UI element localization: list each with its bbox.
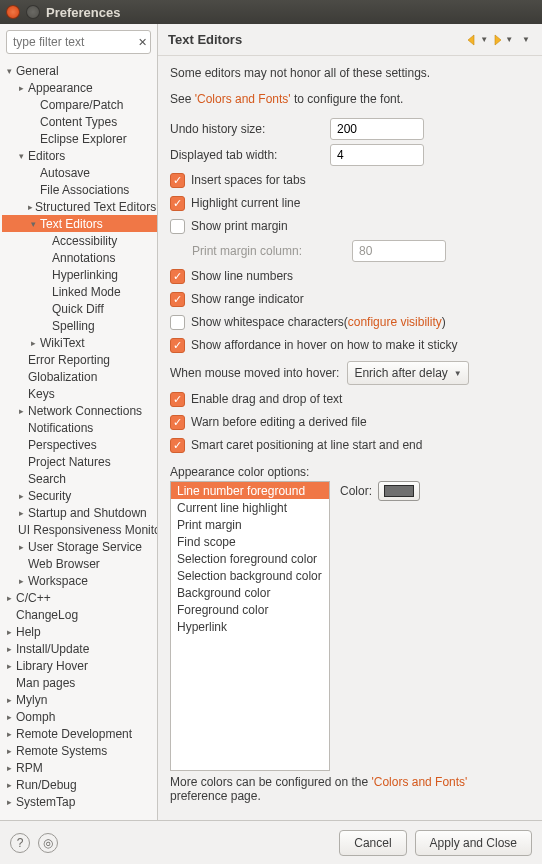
- tree-item[interactable]: Error Reporting: [2, 351, 157, 368]
- whitespace-label: Show whitespace characters(configure vis…: [191, 315, 446, 329]
- tree-item[interactable]: Hyperlinking: [2, 266, 157, 283]
- print-margin-checkbox[interactable]: [170, 219, 185, 234]
- dnd-label: Enable drag and drop of text: [191, 392, 342, 406]
- whitespace-checkbox[interactable]: [170, 315, 185, 330]
- color-picker-button[interactable]: [378, 481, 420, 501]
- tree-item[interactable]: Web Browser: [2, 555, 157, 572]
- page-menu-icon[interactable]: ▼: [521, 35, 532, 44]
- cancel-button[interactable]: Cancel: [339, 830, 406, 856]
- tree-item-label: Text Editors: [38, 217, 105, 231]
- tree-item[interactable]: Notifications: [2, 419, 157, 436]
- tree-item[interactable]: ▸Library Hover: [2, 657, 157, 674]
- tree-item[interactable]: Content Types: [2, 113, 157, 130]
- smart-caret-checkbox[interactable]: ✓: [170, 438, 185, 453]
- filter-input[interactable]: [6, 30, 151, 54]
- tree-item[interactable]: Keys: [2, 385, 157, 402]
- tree-item[interactable]: ▸Appearance: [2, 79, 157, 96]
- tree-item[interactable]: ▸SystemTap: [2, 793, 157, 810]
- tree-item[interactable]: Project Natures: [2, 453, 157, 470]
- tree-item[interactable]: ▸User Storage Service: [2, 538, 157, 555]
- apply-close-button[interactable]: Apply and Close: [415, 830, 532, 856]
- tree-item-label: Install/Update: [14, 642, 91, 656]
- color-option[interactable]: Selection foreground color: [171, 550, 329, 567]
- tree-item-label: General: [14, 64, 61, 78]
- tree-collapsed-icon: ▸: [16, 491, 26, 501]
- tree-item[interactable]: ▸Install/Update: [2, 640, 157, 657]
- tree-item[interactable]: UI Responsiveness Monitoring: [2, 521, 157, 538]
- tree-item[interactable]: ▸C/C++: [2, 589, 157, 606]
- tree-item[interactable]: ChangeLog: [2, 606, 157, 623]
- tree-item-label: Workspace: [26, 574, 90, 588]
- tree-item[interactable]: ▸Help: [2, 623, 157, 640]
- tree-item[interactable]: Compare/Patch: [2, 96, 157, 113]
- tree-item[interactable]: ▸Remote Systems: [2, 742, 157, 759]
- preferences-tree[interactable]: ▾General▸AppearanceCompare/PatchContent …: [0, 60, 157, 820]
- tree-item-label: Remote Development: [14, 727, 134, 741]
- color-option[interactable]: Selection background color: [171, 567, 329, 584]
- tree-item[interactable]: Perspectives: [2, 436, 157, 453]
- nav-back-menu-icon[interactable]: ▼: [479, 35, 490, 44]
- tree-item[interactable]: Linked Mode: [2, 283, 157, 300]
- tree-item-label: Structured Text Editors: [33, 200, 157, 214]
- tree-item[interactable]: File Associations: [2, 181, 157, 198]
- tab-width-input[interactable]: [330, 144, 424, 166]
- tree-item[interactable]: ▸Workspace: [2, 572, 157, 589]
- footnote-colors-fonts-link[interactable]: 'Colors and Fonts': [371, 775, 467, 789]
- clear-filter-icon[interactable]: ✕: [138, 36, 147, 49]
- color-option[interactable]: Find scope: [171, 533, 329, 550]
- tree-item[interactable]: ▸Security: [2, 487, 157, 504]
- nav-forward-menu-icon[interactable]: ▼: [504, 35, 515, 44]
- color-option[interactable]: Print margin: [171, 516, 329, 533]
- tree-collapsed-icon: ▸: [28, 338, 38, 348]
- tree-item[interactable]: Autosave: [2, 164, 157, 181]
- warn-derived-label: Warn before editing a derived file: [191, 415, 367, 429]
- tree-item[interactable]: Search: [2, 470, 157, 487]
- color-option[interactable]: Hyperlink: [171, 618, 329, 635]
- tree-item[interactable]: ▸RPM: [2, 759, 157, 776]
- line-numbers-checkbox[interactable]: ✓: [170, 269, 185, 284]
- configure-visibility-link[interactable]: configure visibility: [348, 315, 442, 329]
- tree-item[interactable]: Man pages: [2, 674, 157, 691]
- tree-item[interactable]: Globalization: [2, 368, 157, 385]
- undo-history-input[interactable]: [330, 118, 424, 140]
- nav-back-icon[interactable]: [465, 33, 479, 47]
- insert-spaces-checkbox[interactable]: ✓: [170, 173, 185, 188]
- color-options-list[interactable]: Line number foregroundCurrent line highl…: [170, 481, 330, 771]
- tree-item[interactable]: Accessibility: [2, 232, 157, 249]
- tree-item-label: Autosave: [38, 166, 92, 180]
- hover-mode-combo[interactable]: Enrich after delay ▼: [347, 361, 468, 385]
- tree-item[interactable]: Eclipse Explorer: [2, 130, 157, 147]
- minimize-icon[interactable]: [26, 5, 40, 19]
- tree-item[interactable]: ▸Structured Text Editors: [2, 198, 157, 215]
- tree-item-label: Hyperlinking: [50, 268, 120, 282]
- color-option[interactable]: Background color: [171, 584, 329, 601]
- import-export-icon[interactable]: ◎: [38, 833, 58, 853]
- range-indicator-label: Show range indicator: [191, 292, 304, 306]
- tree-item[interactable]: ▸Remote Development: [2, 725, 157, 742]
- tree-item[interactable]: ▾Editors: [2, 147, 157, 164]
- tree-item[interactable]: ▸WikiText: [2, 334, 157, 351]
- margin-column-input: [352, 240, 446, 262]
- dnd-checkbox[interactable]: ✓: [170, 392, 185, 407]
- color-option[interactable]: Current line highlight: [171, 499, 329, 516]
- warn-derived-checkbox[interactable]: ✓: [170, 415, 185, 430]
- close-icon[interactable]: [6, 5, 20, 19]
- range-indicator-checkbox[interactable]: ✓: [170, 292, 185, 307]
- tree-item[interactable]: Spelling: [2, 317, 157, 334]
- tree-item[interactable]: Quick Diff: [2, 300, 157, 317]
- nav-forward-icon[interactable]: [490, 33, 504, 47]
- tree-item[interactable]: ▸Mylyn: [2, 691, 157, 708]
- tree-item[interactable]: ▸Run/Debug: [2, 776, 157, 793]
- tree-item[interactable]: ▾General: [2, 62, 157, 79]
- tree-item[interactable]: ▸Oomph: [2, 708, 157, 725]
- highlight-line-checkbox[interactable]: ✓: [170, 196, 185, 211]
- color-option[interactable]: Foreground color: [171, 601, 329, 618]
- tree-item[interactable]: ▾Text Editors: [2, 215, 157, 232]
- tree-item[interactable]: Annotations: [2, 249, 157, 266]
- color-option[interactable]: Line number foreground: [171, 482, 329, 499]
- tree-item[interactable]: ▸Network Connections: [2, 402, 157, 419]
- help-icon[interactable]: ?: [10, 833, 30, 853]
- hover-affordance-checkbox[interactable]: ✓: [170, 338, 185, 353]
- colors-fonts-link[interactable]: 'Colors and Fonts': [195, 92, 291, 106]
- tree-item[interactable]: ▸Startup and Shutdown: [2, 504, 157, 521]
